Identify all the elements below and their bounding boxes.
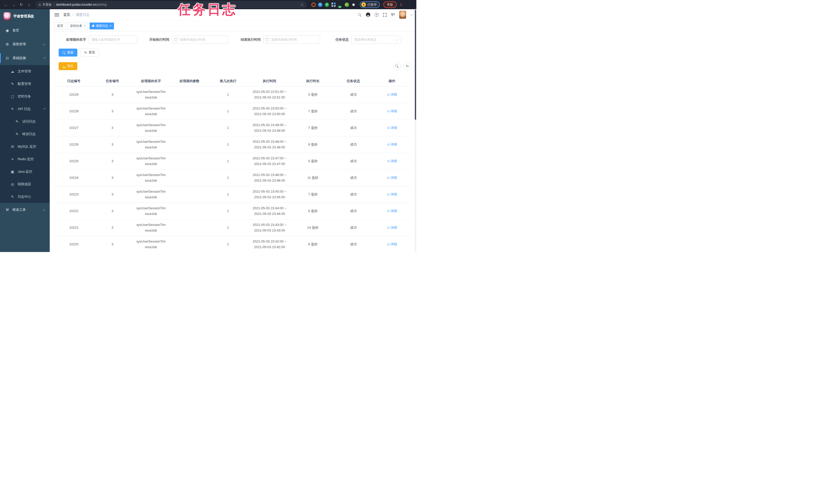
detail-link[interactable]: ⊙详细 (387, 242, 397, 247)
cell-execute-time: 2021-05-03 23:48:00 ~2021-05-03 23:48:00 (247, 139, 292, 150)
cell-action: ⊙详细 (373, 125, 411, 131)
cell-action: ⊙详细 (373, 175, 411, 181)
extension-icon[interactable] (331, 3, 336, 7)
handler-name-input[interactable] (89, 35, 137, 44)
sidebar-item-redis-monitor[interactable]: ≡Redis 监控 (0, 153, 50, 165)
app-logo[interactable]: 芋道管理系统 (0, 9, 50, 24)
user-menu-caret-icon[interactable] (410, 13, 413, 16)
cell-execute-index: 1 (209, 92, 247, 98)
column-header: 处理器的名字 (132, 78, 170, 84)
browser-forward-icon[interactable]: → (10, 1, 17, 8)
cell-execute-time: 2021-05-03 23:46:00 ~2021-05-03 23:46:00 (247, 172, 292, 183)
browser-reload-icon[interactable]: ↻ (18, 1, 25, 8)
breadcrumb-item[interactable]: 调度日志 (76, 12, 90, 17)
sidebar-item-file-management[interactable]: ☁文件管理 (0, 65, 50, 77)
sidebar-item-error-log[interactable]: ✎错误日志 (0, 128, 50, 140)
reset-button[interactable]: ↻重置 (80, 49, 99, 56)
sidebar-item-trace[interactable]: ◎链路追踪 (0, 178, 50, 190)
sidebar-item-api-log[interactable]: ✎API 日志 (0, 103, 50, 115)
cell-handler-name: sysUserSessionTimeoutJob (132, 189, 170, 200)
scrollbar-thumb[interactable] (415, 10, 416, 120)
close-icon[interactable]: × (110, 24, 111, 28)
detail-link[interactable]: ⊙详细 (387, 92, 397, 98)
begin-time-input[interactable] (172, 35, 229, 44)
tab-scheduled-tasks[interactable]: 定时任务× (67, 23, 88, 29)
eye-icon: ⊙ (387, 192, 389, 197)
detail-link[interactable]: ⊙详细 (387, 142, 397, 147)
detail-link[interactable]: ⊙详细 (387, 192, 397, 197)
browser-update-button[interactable]: 更新 (383, 1, 397, 8)
sidebar-item-log-center[interactable]: ✎日志中心 (0, 190, 50, 203)
extension-icon[interactable] (311, 3, 316, 7)
github-icon[interactable] (366, 12, 370, 17)
detail-link[interactable]: ⊙详细 (387, 125, 397, 131)
sidebar-item-config-management[interactable]: ✎配置管理 (0, 77, 50, 90)
breadcrumb-item[interactable]: 首页 (63, 12, 70, 17)
sidebar-item-access-log[interactable]: ✎访问日志 (0, 115, 50, 128)
extension-icon[interactable] (345, 3, 349, 7)
search-button[interactable]: 搜索 (58, 49, 77, 56)
monitor-icon: ⊡ (5, 56, 9, 60)
extension-icon[interactable] (338, 3, 342, 7)
sidebar-item-label: 文件管理 (18, 69, 31, 74)
browser-back-icon[interactable]: ← (3, 1, 9, 8)
chevron-down-icon (43, 208, 45, 211)
browser-menu-icon[interactable]: ⋮ (399, 3, 403, 7)
export-button[interactable]: 导出 (58, 62, 77, 70)
bookmark-star-icon[interactable]: ☆ (300, 3, 304, 7)
toggle-search-button[interactable] (393, 62, 401, 70)
detail-link[interactable]: ⊙详细 (387, 225, 397, 230)
sidebar-item-system-management[interactable]: ⚙系统管理 (0, 37, 50, 51)
sidebar-item-java-monitor[interactable]: ▣Java 监控 (0, 165, 50, 178)
cell-duration: 8 毫秒 (292, 142, 334, 147)
cell-action: ⊙详细 (373, 225, 411, 230)
detail-link[interactable]: ⊙详细 (387, 108, 397, 114)
cell-status: 成功 (334, 108, 373, 114)
sidebar-item-label: MySQL 监控 (18, 144, 36, 149)
cell-log-id: 10223 (54, 192, 93, 197)
tab-schedule-log[interactable]: 调度日志× (90, 23, 114, 29)
sidebar-toggle-icon[interactable] (54, 13, 59, 16)
help-icon[interactable]: ? (375, 13, 379, 17)
sidebar-item-scheduled-tasks[interactable]: ▢定时任务 (0, 90, 50, 103)
close-icon[interactable]: × (84, 24, 86, 28)
font-size-icon[interactable]: TT (391, 13, 395, 17)
cell-log-id: 10222 (54, 208, 93, 214)
cell-log-id: 10220 (54, 242, 93, 247)
cell-action: ⊙详细 (373, 92, 411, 98)
extension-icon[interactable]: Y (325, 3, 329, 7)
sidebar-item-mysql-monitor[interactable]: ✉MySQL 监控 (0, 140, 50, 153)
page-scrollbar[interactable] (414, 9, 416, 252)
detail-link[interactable]: ⊙详细 (387, 175, 397, 181)
user-avatar[interactable] (399, 11, 406, 19)
sidebar-item-dev-tools[interactable]: ⚒研发工具 (0, 203, 50, 217)
eye-icon: ◎ (10, 182, 15, 186)
end-time-input[interactable] (263, 35, 320, 44)
cell-action: ⊙详细 (373, 192, 411, 197)
detail-link[interactable]: ⊙详细 (387, 208, 397, 214)
cell-execute-index: 1 (209, 125, 247, 131)
tab-home[interactable]: 首页 (54, 23, 66, 29)
refresh-table-button[interactable]: ↻ (404, 62, 411, 70)
extension-icon[interactable]: ✱ (351, 3, 356, 7)
detail-link[interactable]: ⊙详细 (387, 158, 397, 164)
search-icon[interactable] (358, 13, 362, 17)
security-warning[interactable]: ⚠不安全 (39, 3, 52, 7)
browser-home-icon[interactable]: ⌂ (26, 1, 32, 8)
browser-profile-chip[interactable]: ☻ 已暂停 (360, 1, 380, 8)
cell-job-id: 3 (93, 225, 132, 230)
app-header: 首页/调度日志 ? TT (50, 9, 416, 21)
address-bar[interactable]: ⚠不安全 dashboard.yudao.iocoder.cn/job/log … (35, 1, 307, 8)
cell-log-id: 10221 (54, 225, 93, 230)
sidebar-item-label: 错误日志 (22, 132, 35, 136)
cell-status: 成功 (334, 142, 373, 147)
extension-icon[interactable] (318, 3, 323, 7)
cell-handler-name: sysUserSessionTimeoutJob (132, 155, 170, 167)
sidebar-item-infrastructure[interactable]: ⊡基础设施 (0, 51, 50, 65)
cell-execute-time: 2021-05-03 23:44:00 ~2021-05-03 23:44:00 (247, 205, 292, 217)
sidebar-item-home[interactable]: ◉首页 (0, 24, 50, 37)
fullscreen-icon[interactable] (383, 13, 387, 17)
calendar-icon (265, 38, 269, 41)
cell-handler-name: sysUserSessionTimeoutJob (132, 89, 170, 100)
status-select[interactable]: 请选择任务状态 (351, 35, 401, 44)
